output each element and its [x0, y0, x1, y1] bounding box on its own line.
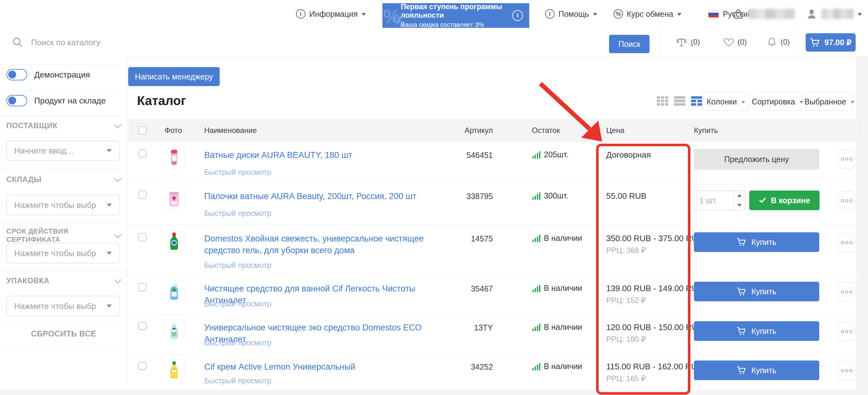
product-image[interactable] — [163, 359, 185, 381]
buy-button[interactable]: Купить — [694, 282, 819, 301]
more-actions-button[interactable] — [838, 361, 855, 380]
list-view-icon[interactable] — [673, 95, 686, 107]
filters-sidebar: Демонстрация Продукт на складе ПОСТАВЩИК… — [0, 56, 128, 390]
chevron-down-icon — [107, 304, 112, 308]
cart-button[interactable]: 97.00 ₽ — [806, 33, 856, 52]
search-input[interactable] — [30, 34, 380, 51]
loyalty-title: Первая ступень программы лояльности — [401, 3, 512, 20]
toggle-demonstration[interactable]: Демонстрация — [0, 69, 127, 81]
stock-signal-icon — [532, 234, 541, 243]
more-actions-button[interactable] — [838, 191, 855, 210]
columns-button[interactable]: Колонки — [702, 92, 750, 111]
row-checkbox[interactable] — [138, 283, 147, 291]
buy-button[interactable]: Купить — [694, 321, 819, 341]
chevron-down-icon — [741, 101, 745, 103]
quick-view-link[interactable]: Быстрый просмотр — [204, 209, 271, 218]
filter-header-supplier[interactable]: ПОСТАВЩИК — [6, 121, 120, 130]
user-account-menu[interactable] — [806, 0, 862, 28]
toggle-label: Демонстрация — [34, 70, 90, 80]
quantity-input[interactable] — [694, 191, 734, 210]
reset-all-button[interactable]: СБРОСИТЬ ВСЕ — [0, 329, 127, 338]
column-header-photo: Фото — [165, 126, 182, 135]
more-actions-button[interactable] — [838, 282, 855, 301]
toggle-switch-icon[interactable] — [6, 69, 27, 81]
stock-cell: В наличии — [532, 234, 582, 243]
more-actions-button[interactable] — [838, 233, 855, 252]
quantity-increase-button[interactable] — [734, 191, 745, 201]
select-all-checkbox[interactable] — [138, 126, 147, 134]
product-name-link[interactable]: Палочки ватные AURA Beauty, 200шт, Росси… — [204, 190, 454, 202]
product-image[interactable] — [163, 320, 185, 341]
price-cell: 55.00 RUB — [606, 190, 646, 201]
sorting-button[interactable]: Сортировка — [753, 92, 802, 111]
stock-value: 205шт. — [544, 150, 568, 159]
supplier-select[interactable]: Начните ввод... — [6, 141, 120, 161]
info-icon[interactable] — [512, 10, 523, 21]
exchange-rate-menu[interactable]: Курс обмена — [614, 0, 682, 28]
in-cart-button[interactable]: В корзине — [749, 190, 819, 210]
stock-cell: 300шт. — [532, 191, 568, 200]
chevron-down-icon — [114, 276, 122, 283]
row-checkbox[interactable] — [138, 362, 147, 370]
toggle-switch-icon[interactable] — [6, 95, 27, 107]
top-bar: Информация % % Первая ступень программы … — [0, 0, 868, 28]
quick-view-link[interactable]: Быстрый просмотр — [204, 261, 271, 270]
product-image[interactable] — [163, 280, 185, 302]
chevron-down-icon — [107, 252, 112, 255]
filter-header-warehouses[interactable]: СКЛАДЫ — [6, 175, 120, 184]
grid-view-icon[interactable] — [656, 95, 669, 107]
filter-header-packaging[interactable]: УПАКОВКА — [6, 276, 120, 285]
quick-view-link[interactable]: Быстрый просмотр — [204, 376, 271, 385]
quick-view-link[interactable]: Быстрый просмотр — [204, 338, 271, 347]
product-name-link[interactable]: Cif крем Active Lemon Универсальный — [204, 361, 454, 373]
help-menu[interactable]: Помощь — [545, 0, 597, 28]
table-view-icon-active[interactable] — [690, 95, 703, 107]
row-checkbox[interactable] — [138, 149, 147, 158]
offer-price-button[interactable]: Предложить цену — [694, 149, 819, 170]
notifications-count: (0) — [781, 38, 790, 47]
price-range: 350.00 RUB - 375.00 RUB — [606, 233, 703, 244]
chevron-down-icon — [107, 149, 112, 152]
quantity-stepper — [694, 190, 745, 210]
stock-value: 300шт. — [544, 191, 568, 200]
buy-button[interactable]: Купить — [694, 232, 819, 252]
product-name-link[interactable]: Domestos Хвойная свежесть, универсальное… — [204, 233, 454, 256]
favorites-button[interactable]: (0) — [723, 28, 747, 56]
chevron-down-icon — [362, 13, 366, 16]
quantity-decrease-button[interactable] — [734, 201, 745, 210]
help-menu-label: Помощь — [558, 9, 589, 19]
product-name-link[interactable]: Ватные диски AURA BEAUTY, 180 шт — [204, 149, 454, 161]
buy-button[interactable]: Купить — [694, 361, 819, 380]
product-image[interactable] — [163, 231, 185, 252]
selected-button[interactable]: Выбранное — [805, 92, 854, 111]
quick-view-link[interactable]: Быстрый просмотр — [204, 168, 271, 177]
stock-cell: В наличии — [532, 362, 582, 371]
buy-button-label: Купить — [751, 327, 776, 336]
info-menu[interactable]: Информация — [296, 0, 366, 28]
more-actions-button[interactable] — [838, 322, 855, 341]
search-button[interactable]: Поиск — [609, 35, 650, 53]
company-account[interactable] — [732, 0, 795, 28]
product-image[interactable] — [163, 188, 185, 210]
warehouses-select[interactable]: Нажмите чтобы выбр — [6, 195, 120, 215]
table-row: Domestos Хвойная свежесть, универсальное… — [128, 225, 856, 275]
toggle-product-in-stock[interactable]: Продукт на складе — [0, 95, 127, 107]
page-background — [857, 56, 868, 390]
stock-value: В наличии — [544, 283, 582, 293]
filter-header-certificate[interactable]: СРОК ДЕЙСТВИЯ СЕРТИФИКАТА — [6, 227, 120, 244]
loyalty-banner[interactable]: % % Первая ступень программы лояльности … — [382, 3, 529, 28]
chevron-down-icon — [107, 204, 112, 207]
compare-button[interactable]: (0) — [676, 28, 700, 56]
product-image[interactable] — [163, 147, 185, 169]
packaging-select[interactable]: Нажмите чтобы выбр — [6, 296, 120, 316]
quick-view-link[interactable]: Быстрый просмотр — [204, 299, 271, 308]
notifications-button[interactable]: (0) — [766, 28, 790, 56]
cart-icon — [737, 326, 746, 336]
row-checkbox[interactable] — [138, 233, 147, 241]
row-checkbox[interactable] — [138, 190, 147, 199]
more-actions-button[interactable] — [838, 149, 855, 169]
certificate-select[interactable]: Нажмите чтобы выбр — [6, 243, 120, 263]
write-manager-button[interactable]: Написать менеджеру — [128, 67, 220, 86]
row-checkbox[interactable] — [138, 322, 147, 330]
product-sku: 546451 — [443, 151, 493, 160]
